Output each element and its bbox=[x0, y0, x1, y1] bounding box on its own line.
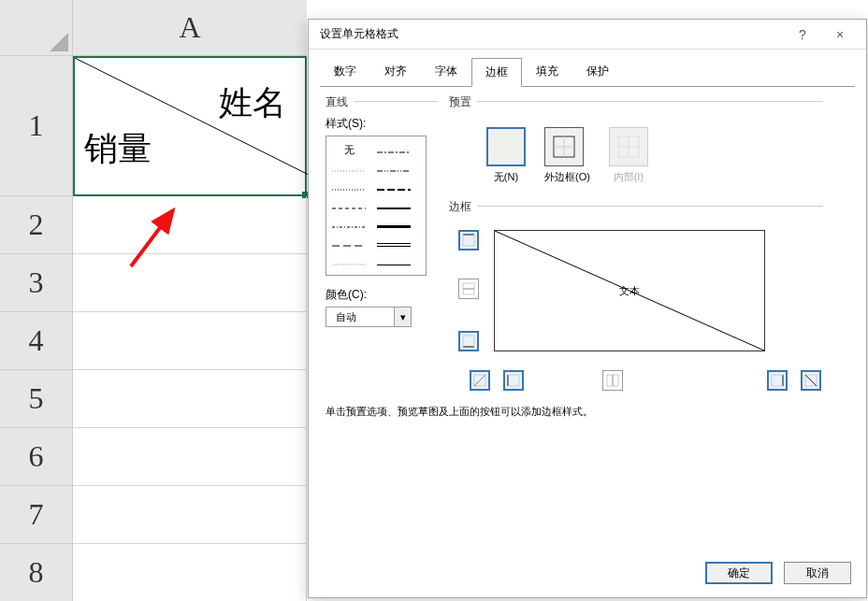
style-dash-dot-dot[interactable] bbox=[377, 162, 411, 175]
row-header-2[interactable]: 2 bbox=[0, 196, 73, 254]
cell-text-bottom: 销量 bbox=[84, 126, 152, 172]
preset-inside-icon bbox=[616, 135, 641, 159]
cell-text-top: 姓名 bbox=[219, 80, 286, 126]
row-header-3[interactable]: 3 bbox=[0, 254, 73, 312]
corner-triangle-icon bbox=[50, 33, 68, 51]
border-middle-vertical-button[interactable] bbox=[602, 370, 623, 391]
border-diagonal-down-button[interactable] bbox=[801, 370, 821, 391]
preset-group: 预置 无(N) 外边框(O) 内部(I) bbox=[449, 94, 648, 184]
cancel-button[interactable]: 取消 bbox=[784, 562, 851, 584]
style-dashed[interactable] bbox=[332, 200, 366, 211]
border-group: 边框 文本 bbox=[449, 199, 842, 396]
border-right-icon bbox=[771, 374, 784, 387]
select-all-corner[interactable] bbox=[0, 0, 73, 56]
style-dash-dot[interactable] bbox=[377, 143, 411, 156]
tab-protection[interactable]: 保护 bbox=[572, 57, 623, 86]
preset-none-icon bbox=[494, 135, 518, 159]
tab-alignment[interactable]: 对齐 bbox=[370, 57, 421, 86]
svg-marker-0 bbox=[50, 33, 68, 51]
cell-A5[interactable] bbox=[73, 370, 307, 428]
svg-rect-22 bbox=[496, 136, 516, 157]
style-thick[interactable] bbox=[377, 218, 411, 231]
chevron-down-icon: ▾ bbox=[394, 308, 411, 326]
border-right-button[interactable] bbox=[767, 370, 788, 391]
svg-rect-32 bbox=[463, 235, 474, 246]
spreadsheet: A 1 姓名 销量 2 3 4 5 6 7 8 bbox=[0, 0, 307, 601]
tab-font[interactable]: 字体 bbox=[421, 57, 471, 86]
style-label: 样式(S): bbox=[326, 116, 447, 132]
row-header-5[interactable]: 5 bbox=[0, 370, 73, 428]
border-diagonal-up-button[interactable] bbox=[470, 370, 490, 391]
ok-button[interactable]: 确定 bbox=[705, 562, 773, 584]
line-group: 直线 样式(S): 无 颜色(C): 自动 ▾ bbox=[326, 94, 447, 327]
color-value: 自动 bbox=[336, 310, 356, 324]
tab-number[interactable]: 数字 bbox=[320, 57, 370, 86]
svg-rect-36 bbox=[463, 336, 474, 347]
style-hair[interactable] bbox=[332, 256, 366, 267]
preset-inside[interactable]: 内部(I) bbox=[609, 127, 648, 184]
dialog-titlebar: 设置单元格格式 ? × bbox=[309, 20, 866, 50]
cell-A2[interactable] bbox=[73, 196, 307, 254]
cell-A7[interactable] bbox=[73, 486, 307, 544]
style-thin[interactable] bbox=[377, 255, 411, 268]
preset-outline[interactable]: 外边框(O) bbox=[544, 127, 590, 184]
column-header-A[interactable]: A bbox=[73, 0, 307, 56]
border-bottom-button[interactable] bbox=[458, 331, 479, 351]
line-group-label: 直线 bbox=[326, 94, 447, 110]
tab-border[interactable]: 边框 bbox=[471, 58, 522, 87]
dialog-title: 设置单元格格式 bbox=[316, 26, 784, 42]
cell-A1[interactable]: 姓名 销量 bbox=[73, 56, 307, 196]
style-medium[interactable] bbox=[377, 199, 411, 212]
dialog-tabs: 数字 对齐 字体 边框 填充 保护 bbox=[309, 50, 866, 86]
row-header-1[interactable]: 1 bbox=[0, 56, 73, 196]
border-middle-v-icon bbox=[606, 374, 619, 387]
color-dropdown[interactable]: 自动 ▾ bbox=[326, 307, 412, 327]
row-header-4[interactable]: 4 bbox=[0, 312, 73, 370]
preset-group-label: 预置 bbox=[449, 94, 648, 110]
line-style-list[interactable]: 无 bbox=[326, 136, 427, 276]
svg-line-47 bbox=[805, 375, 817, 386]
svg-rect-45 bbox=[772, 375, 783, 386]
border-middle-horizontal-button[interactable] bbox=[458, 279, 479, 299]
preset-outline-icon bbox=[552, 135, 576, 159]
svg-rect-41 bbox=[508, 375, 519, 386]
style-dotted2[interactable] bbox=[332, 181, 366, 193]
format-cells-dialog: 设置单元格格式 ? × 数字 对齐 字体 边框 填充 保护 直线 样式(S): … bbox=[308, 19, 867, 598]
row-header-7[interactable]: 7 bbox=[0, 486, 73, 544]
row-header-8[interactable]: 8 bbox=[0, 544, 73, 601]
border-top-icon bbox=[462, 234, 475, 247]
tab-fill[interactable]: 填充 bbox=[522, 57, 572, 86]
style-dash-dot2[interactable] bbox=[332, 219, 366, 230]
border-left-icon bbox=[507, 374, 520, 387]
close-button[interactable]: × bbox=[821, 27, 859, 42]
color-label: 颜色(C): bbox=[326, 287, 447, 303]
cell-A8[interactable] bbox=[73, 544, 307, 601]
border-top-button[interactable] bbox=[458, 230, 479, 250]
cell-A3[interactable] bbox=[73, 254, 307, 312]
border-preview[interactable]: 文本 bbox=[494, 230, 765, 351]
style-medium-dash[interactable] bbox=[377, 180, 411, 193]
diag-up-icon bbox=[473, 374, 486, 387]
style-double[interactable] bbox=[377, 236, 411, 250]
border-group-label: 边框 bbox=[449, 199, 842, 215]
style-long-dash[interactable] bbox=[332, 237, 366, 249]
hint-text: 单击预置选项、预览草图及上面的按钮可以添加边框样式。 bbox=[326, 405, 593, 419]
row-header-6[interactable]: 6 bbox=[0, 428, 73, 486]
svg-line-39 bbox=[474, 375, 485, 386]
border-middle-h-icon bbox=[462, 282, 475, 295]
diag-down-icon bbox=[804, 374, 817, 387]
preset-none[interactable]: 无(N) bbox=[486, 127, 526, 184]
preview-text: 文本 bbox=[619, 284, 640, 298]
help-button[interactable]: ? bbox=[784, 27, 821, 42]
cell-A4[interactable] bbox=[73, 312, 307, 370]
dialog-body: 直线 样式(S): 无 颜色(C): 自动 ▾ 预置 bbox=[309, 87, 866, 106]
cell-A6[interactable] bbox=[73, 428, 307, 486]
style-dotted[interactable] bbox=[332, 163, 366, 174]
style-none[interactable]: 无 bbox=[332, 143, 366, 157]
border-bottom-icon bbox=[462, 335, 475, 348]
border-left-button[interactable] bbox=[503, 370, 524, 391]
dialog-footer: 确定 取消 bbox=[705, 562, 851, 584]
